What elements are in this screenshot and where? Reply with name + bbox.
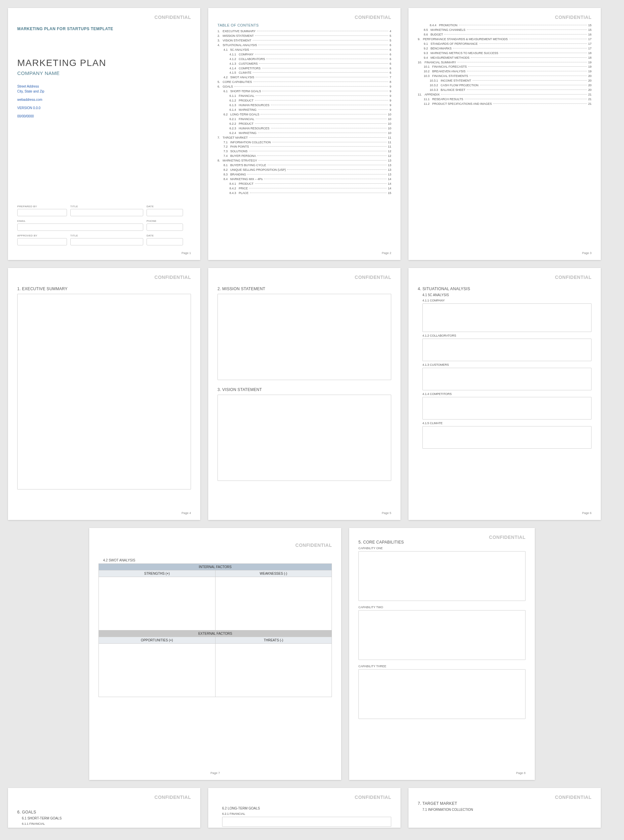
toc-entry[interactable]: 11.APPENDIX21 bbox=[418, 93, 592, 97]
toc-entry[interactable]: 8.1BUYER'S BUYING CYCLE13 bbox=[218, 163, 391, 168]
toc-entry[interactable]: 8.6BUDGET16 bbox=[418, 32, 592, 37]
toc-entry[interactable]: 6.1.2PRODUCT9 bbox=[218, 99, 391, 103]
toc-entry-label: MEASUREMENT METHODS bbox=[431, 56, 470, 60]
toc-entry[interactable]: 6.1.3HUMAN RESOURCES9 bbox=[218, 103, 391, 108]
toc-entry[interactable]: 8.MARKETING STRATEGY13 bbox=[218, 159, 391, 163]
company-box[interactable] bbox=[422, 303, 592, 332]
cap-one-box[interactable] bbox=[358, 551, 525, 601]
input-date-1[interactable] bbox=[147, 209, 183, 216]
swot-strengths-cell[interactable] bbox=[99, 577, 216, 630]
toc-entry[interactable]: 6.2LONG-TERM GOALS10 bbox=[218, 113, 391, 117]
collaborators-box[interactable] bbox=[422, 338, 592, 361]
toc-entry[interactable]: 10.3.3BALANCE SHEET20 bbox=[418, 88, 592, 93]
toc-entry[interactable]: 4.1.4COMPETITORS6 bbox=[218, 66, 391, 71]
toc-entry[interactable]: 3.VISION STATEMENT5 bbox=[218, 39, 391, 43]
company-name: COMPANY NAME bbox=[17, 70, 191, 76]
toc-entry[interactable]: 11.1RESEARCH RESULTS21 bbox=[418, 97, 592, 102]
cap-two-box[interactable] bbox=[358, 610, 525, 660]
toc-entry[interactable]: 8.4.2PRICE14 bbox=[218, 186, 391, 191]
toc-entry[interactable]: 10.3.1INCOME STATEMENT20 bbox=[418, 79, 592, 83]
toc-entry[interactable]: 4.1.3CUSTOMERS6 bbox=[218, 62, 391, 66]
toc-entry[interactable]: 2.MISSION STATEMENT5 bbox=[218, 34, 391, 39]
input-email[interactable] bbox=[17, 224, 143, 231]
toc-entry[interactable]: 7.1INFORMATION COLLECTION11 bbox=[218, 140, 391, 145]
toc-leader-dots bbox=[249, 151, 387, 151]
toc-entry[interactable]: 9.1STANDARDS OF PERFORMANCE17 bbox=[418, 42, 592, 46]
toc-entry[interactable]: 8.3BRANDING13 bbox=[218, 173, 391, 177]
toc-entry[interactable]: 4.SITUATIONAL ANALYSIS6 bbox=[218, 43, 391, 48]
label-phone: PHONE bbox=[147, 219, 183, 222]
mission-statement-box[interactable] bbox=[218, 294, 391, 380]
toc-entry[interactable]: 4.15C ANALYSIS6 bbox=[218, 48, 391, 52]
toc-entry[interactable]: 8.2UNIQUE SELLING PROPOSITION (USP)13 bbox=[218, 168, 391, 173]
toc-entry[interactable]: 7.4BUYER PERSONA12 bbox=[218, 154, 391, 159]
input-date-2[interactable] bbox=[147, 238, 183, 246]
toc-entry[interactable]: 8.4MARKETING MIX – 4Ps14 bbox=[218, 177, 391, 182]
input-title-1[interactable] bbox=[70, 209, 143, 216]
vision-statement-box[interactable] bbox=[218, 395, 391, 481]
toc-entry[interactable]: 11.2PRODUCT SPECIFICATIONS AND IMAGES21 bbox=[418, 102, 592, 107]
toc-entry[interactable]: 10.2BREAKEVEN ANALYSIS19 bbox=[418, 69, 592, 74]
toc-entry-label: RESEARCH RESULTS bbox=[432, 97, 463, 102]
toc-entry[interactable]: 4.1.2COLLABORATORS6 bbox=[218, 57, 391, 62]
toc-entry[interactable]: 9.3MARKETING METRICS TO MEASURE SUCCESS1… bbox=[418, 51, 592, 56]
toc-entry[interactable]: 8.5MARKETING CHANNELS15 bbox=[418, 28, 592, 32]
swot-threats-cell[interactable] bbox=[216, 644, 332, 697]
climate-box[interactable] bbox=[422, 426, 592, 449]
toc-entry-page: 9 bbox=[389, 85, 391, 89]
toc-entry[interactable]: 1.EXECUTIVE SUMMARY4 bbox=[218, 29, 391, 34]
toc-entry[interactable]: 6.1.1FINANCIAL9 bbox=[218, 94, 391, 99]
toc-leader-dots bbox=[467, 29, 587, 30]
swot-weaknesses-cell[interactable] bbox=[216, 577, 332, 630]
toc-entry[interactable]: 9.PERFORMANCE STANDARDS & MEASUREMENT ME… bbox=[418, 37, 592, 42]
toc-entry[interactable]: 7.2PAIN POINTS11 bbox=[218, 145, 391, 149]
toc-entry[interactable]: 6.GOALS9 bbox=[218, 85, 391, 89]
toc-entry-label: STANDARDS OF PERFORMANCE bbox=[431, 42, 478, 46]
customers-box[interactable] bbox=[422, 368, 592, 390]
toc-entry[interactable]: 6.2.4MARKETING10 bbox=[218, 131, 391, 136]
toc-entry[interactable]: 7.3SOLUTIONS12 bbox=[218, 149, 391, 154]
toc-title: TABLE OF CONTENTS bbox=[218, 23, 391, 27]
input-approved-by[interactable] bbox=[17, 238, 67, 246]
toc-entry-number: 6.2.1 bbox=[229, 117, 239, 122]
toc-entry[interactable]: 8.4.3PLACE15 bbox=[218, 191, 391, 196]
toc-entry-page: 15 bbox=[588, 23, 592, 28]
swot-opportunities-cell[interactable] bbox=[99, 644, 216, 697]
cap-three-box[interactable] bbox=[358, 669, 525, 719]
input-title-2[interactable] bbox=[70, 238, 143, 246]
toc-entry[interactable]: 4.2SWOT ANALYSIS7 bbox=[218, 75, 391, 80]
toc-entry[interactable]: 6.1.4MARKETING9 bbox=[218, 108, 391, 113]
toc-entry[interactable]: 9.2BENCHMARKS17 bbox=[418, 46, 592, 51]
toc-entry[interactable]: 6.2.2PRODUCT10 bbox=[218, 122, 391, 127]
toc-leader-dots bbox=[253, 82, 388, 82]
toc-entry[interactable]: 10.1FINANCIAL FORECASTS19 bbox=[418, 65, 592, 69]
toc-entry-number: 4.1.2 bbox=[229, 57, 239, 62]
competitors-box[interactable] bbox=[422, 397, 592, 420]
toc-entry[interactable]: 8.4.4PROMOTION15 bbox=[418, 23, 592, 28]
toc-entry[interactable]: 10.3.2CASH FLOW PROJECTION20 bbox=[418, 83, 592, 88]
toc-entry[interactable]: 6.1SHORT-TERM GOALS9 bbox=[218, 89, 391, 94]
toc-entry-label: BUYER PERSONA bbox=[230, 154, 256, 159]
toc-entry[interactable]: 7.TARGET MARKET11 bbox=[218, 136, 391, 140]
toc-entry[interactable]: 5.CORE CAPABILITIES8 bbox=[218, 80, 391, 85]
input-prepared-by[interactable] bbox=[17, 209, 67, 216]
input-phone[interactable] bbox=[147, 224, 183, 231]
toc-entry-number: 6.1.1 bbox=[229, 94, 239, 99]
toc-entry[interactable]: 4.1.5CLIMATE6 bbox=[218, 71, 391, 75]
toc-entry[interactable]: 10.3FINANCIAL STATEMENTS20 bbox=[418, 74, 592, 79]
page-number: Page 4 bbox=[181, 511, 191, 515]
toc-entry-number: 6.1.4 bbox=[229, 108, 239, 113]
lt-financial-box[interactable] bbox=[222, 817, 391, 827]
toc-entry-page: 11 bbox=[388, 136, 391, 140]
toc-entry[interactable]: 4.1.1COMPANY6 bbox=[218, 52, 391, 57]
toc-entry-page: 10 bbox=[388, 122, 391, 127]
toc-entry[interactable]: 6.2.3HUMAN RESOURCES10 bbox=[218, 127, 391, 131]
swot-opportunities-header: OPPORTUNITIES (+) bbox=[99, 637, 216, 644]
toc-entry[interactable]: 10.FINANCIAL SUMMARY19 bbox=[418, 60, 592, 65]
toc-entry[interactable]: 9.4MEASUREMENT METHODS18 bbox=[418, 56, 592, 60]
toc-entry[interactable]: 6.2.1FINANCIAL10 bbox=[218, 117, 391, 122]
toc-entry[interactable]: 8.4.1PRODUCT14 bbox=[218, 182, 391, 186]
executive-summary-box[interactable] bbox=[17, 294, 191, 489]
toc-leader-dots bbox=[259, 63, 388, 64]
toc-leader-dots bbox=[256, 96, 388, 96]
